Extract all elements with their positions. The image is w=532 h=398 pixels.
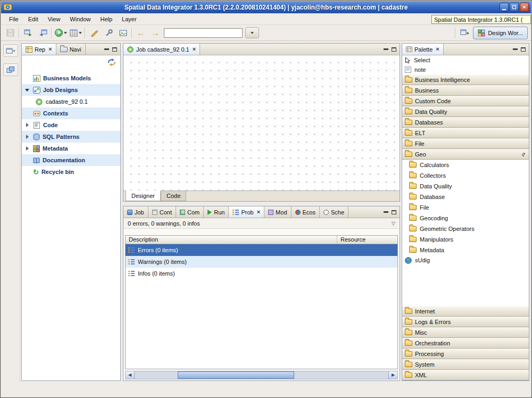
tab-run[interactable]: Run bbox=[204, 206, 229, 218]
close-button[interactable]: × bbox=[520, 3, 529, 12]
menu-view[interactable]: View bbox=[43, 14, 65, 24]
tab-scheduler[interactable]: Sche bbox=[320, 206, 348, 218]
palette-category-system[interactable]: System bbox=[402, 359, 529, 370]
import-items-button[interactable] bbox=[37, 27, 48, 39]
column-resource[interactable]: Resource bbox=[337, 236, 397, 244]
maximize-panel-icon[interactable] bbox=[392, 47, 396, 52]
minimize-panel-icon[interactable] bbox=[513, 48, 518, 50]
palette-category-elt[interactable]: ELT bbox=[402, 128, 529, 138]
expander-closed-icon[interactable] bbox=[24, 146, 30, 152]
menu-window[interactable]: Window bbox=[65, 14, 95, 24]
tree-item-business-models[interactable]: Business Models bbox=[22, 72, 120, 84]
export-image-button[interactable] bbox=[117, 27, 129, 39]
expander-open-icon[interactable] bbox=[24, 87, 30, 93]
tree-item-recycle-bin[interactable]: ↻ Recycle bin bbox=[22, 166, 120, 178]
menu-help[interactable]: Help bbox=[95, 14, 117, 24]
edit-button[interactable] bbox=[88, 27, 100, 39]
minimize-button[interactable] bbox=[500, 3, 509, 12]
tab-navigator[interactable]: Navi bbox=[56, 44, 86, 55]
design-canvas[interactable] bbox=[123, 55, 400, 190]
export-items-button[interactable] bbox=[22, 27, 34, 39]
tab-job[interactable]: Job bbox=[123, 206, 148, 218]
title-bar[interactable]: Spatial Data Integrator 1.3.0RC1 (2.2.0.… bbox=[1, 1, 531, 13]
palette-tool-select[interactable]: Select bbox=[402, 55, 529, 65]
expander-closed-icon[interactable] bbox=[24, 122, 30, 128]
tab-contexts[interactable]: Cont bbox=[148, 206, 176, 218]
palette-tool-sudig[interactable]: sUdig bbox=[402, 255, 529, 265]
tree-item-code[interactable]: Code bbox=[22, 119, 120, 131]
palette-category-orchestration[interactable]: Orchestration bbox=[402, 338, 529, 349]
close-tab-icon[interactable]: × bbox=[48, 46, 52, 52]
palette-item-data-quality[interactable]: Data Quality bbox=[402, 181, 529, 192]
table-row-warnings[interactable]: Warnings (0 items) bbox=[126, 256, 397, 268]
palette-category-internet[interactable]: Internet bbox=[402, 306, 529, 317]
close-tab-icon[interactable]: × bbox=[193, 46, 196, 52]
palette-category-databases[interactable]: Databases bbox=[402, 117, 529, 128]
scroll-left-icon[interactable]: ◀ bbox=[126, 371, 135, 379]
maximize-panel-icon[interactable] bbox=[521, 47, 526, 52]
minimize-panel-icon[interactable] bbox=[384, 48, 388, 50]
tab-job-cadastre[interactable]: Job cadastre_92 0.1 × bbox=[123, 44, 200, 55]
maximize-panel-icon[interactable] bbox=[112, 47, 117, 52]
back-button[interactable]: ← bbox=[135, 27, 147, 39]
scrollbar-thumb[interactable] bbox=[178, 371, 294, 379]
restore-view-button[interactable] bbox=[3, 44, 18, 57]
tab-modules[interactable]: Mod bbox=[264, 206, 291, 218]
design-workbench-button[interactable]: Design Wor... bbox=[473, 27, 528, 39]
palette-item-manipulators[interactable]: Manipulators bbox=[402, 234, 529, 245]
tree-item-metadata[interactable]: Metadata bbox=[22, 143, 120, 154]
fast-view-button[interactable] bbox=[3, 63, 18, 76]
palette-category-data-quality[interactable]: Data Quality bbox=[402, 106, 529, 117]
palette-item-metadata[interactable]: Metadata bbox=[402, 245, 529, 255]
pin-icon[interactable] bbox=[521, 152, 526, 157]
tab-repository[interactable]: Rep × bbox=[22, 44, 56, 55]
maximize-panel-icon[interactable] bbox=[392, 210, 396, 214]
palette-item-file[interactable]: File bbox=[402, 202, 529, 213]
tree-item-sql-patterns[interactable]: SQL Patterns bbox=[22, 131, 120, 143]
palette-item-geocoding[interactable]: Geocoding bbox=[402, 213, 529, 223]
forward-button[interactable]: → bbox=[149, 27, 161, 39]
tree-item-cadastre-job[interactable]: cadastre_92 0.1 bbox=[22, 96, 120, 107]
menu-file[interactable]: File bbox=[4, 14, 23, 24]
palette-item-geometric-operators[interactable]: Geometric Operators bbox=[402, 223, 529, 234]
scroll-right-icon[interactable]: ▶ bbox=[388, 371, 397, 379]
palette-category-misc[interactable]: Misc bbox=[402, 327, 529, 338]
horizontal-scrollbar[interactable]: ◀ ▶ bbox=[125, 371, 398, 379]
palette-category-processing[interactable]: Processing bbox=[402, 349, 529, 359]
palette-category-xml[interactable]: XML bbox=[402, 370, 529, 380]
tab-palette[interactable]: Palette × bbox=[402, 44, 444, 55]
grid-view-button[interactable] bbox=[70, 27, 82, 39]
run-job-button[interactable] bbox=[55, 27, 67, 39]
table-row-errors[interactable]: Errors (0 items) bbox=[126, 244, 397, 256]
tab-component[interactable]: Com bbox=[176, 206, 204, 218]
palette-category-business-intelligence[interactable]: Business Intelligence bbox=[402, 74, 529, 85]
palette-category-file[interactable]: File bbox=[402, 138, 529, 149]
close-tab-icon[interactable]: × bbox=[257, 209, 260, 215]
palette-category-logs-errors[interactable]: Logs & Errors bbox=[402, 317, 529, 327]
tab-designer[interactable]: Designer bbox=[126, 190, 161, 201]
view-menu-icon[interactable]: ▽ bbox=[392, 221, 395, 226]
refresh-button[interactable] bbox=[107, 59, 116, 67]
minimize-panel-icon[interactable] bbox=[104, 48, 109, 50]
tree-item-job-designs[interactable]: Job Designs bbox=[22, 84, 120, 96]
tab-problems[interactable]: Prob × bbox=[229, 206, 264, 218]
tab-ecosystem[interactable]: Ecos bbox=[292, 206, 320, 218]
menu-layer[interactable]: Layer bbox=[117, 14, 142, 24]
save-button[interactable] bbox=[4, 27, 16, 39]
search-options-button[interactable] bbox=[245, 27, 259, 38]
scrollbar-track[interactable] bbox=[135, 371, 388, 379]
minimize-panel-icon[interactable] bbox=[384, 211, 388, 213]
toolbar-search-input[interactable] bbox=[164, 28, 243, 38]
menu-edit[interactable]: Edit bbox=[23, 14, 43, 24]
palette-item-database[interactable]: Database bbox=[402, 192, 529, 202]
maximize-button[interactable] bbox=[510, 3, 519, 12]
tree-item-contexts[interactable]: Contexts bbox=[22, 107, 120, 119]
tree-item-documentation[interactable]: Documentation bbox=[22, 154, 120, 166]
column-description[interactable]: Description bbox=[126, 236, 337, 244]
expander-closed-icon[interactable] bbox=[24, 134, 30, 140]
open-perspective-button[interactable] bbox=[459, 27, 470, 39]
palette-item-collectors[interactable]: Collectors bbox=[402, 170, 529, 181]
palette-category-business[interactable]: Business bbox=[402, 85, 529, 96]
palette-category-geo[interactable]: Geo bbox=[402, 149, 529, 160]
tools-button[interactable] bbox=[103, 27, 114, 39]
